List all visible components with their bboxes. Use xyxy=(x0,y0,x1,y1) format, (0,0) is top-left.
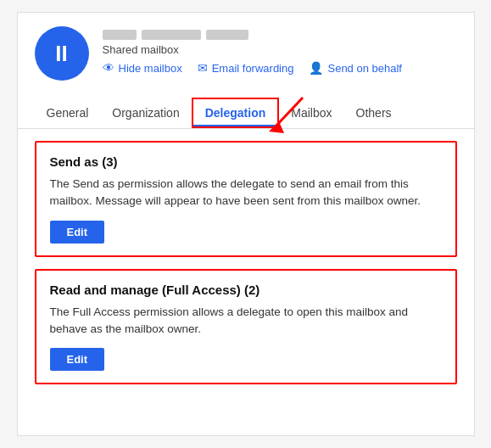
send-on-behalf-icon: 👤 xyxy=(309,61,323,75)
email-forwarding-label: Email forwarding xyxy=(212,62,294,75)
name-block-2 xyxy=(142,30,201,40)
send-as-edit-button[interactable]: Edit xyxy=(50,221,105,244)
tab-general[interactable]: General xyxy=(35,98,101,128)
read-manage-desc: The Full Access permission allows a dele… xyxy=(50,304,442,339)
action-links: 👁 Hide mailbox ✉ Email forwarding 👤 Send… xyxy=(103,61,402,75)
name-bar xyxy=(103,30,402,40)
email-forwarding-link[interactable]: ✉ Email forwarding xyxy=(198,61,294,75)
tab-mailbox[interactable]: Mailbox xyxy=(279,98,343,128)
read-manage-title: Read and manage (Full Access) (2) xyxy=(50,283,442,297)
send-as-section: Send as (3) The Send as permission allow… xyxy=(35,141,457,257)
send-as-desc: The Send as permission allows the delega… xyxy=(50,176,442,210)
hide-mailbox-icon: 👁 xyxy=(103,61,114,75)
content: Send as (3) The Send as permission allow… xyxy=(18,129,474,396)
send-on-behalf-link[interactable]: 👤 Send on behalf xyxy=(309,61,401,75)
hide-mailbox-label: Hide mailbox xyxy=(119,62,182,75)
avatar: II xyxy=(35,26,89,81)
header-info: Shared mailbox 👁 Hide mailbox ✉ Email fo… xyxy=(103,26,402,75)
name-block-1 xyxy=(103,30,137,40)
email-forwarding-icon: ✉ xyxy=(198,61,208,75)
tab-delegation[interactable]: Delegation xyxy=(192,98,280,128)
nav-tabs: General Organization Delegation Mailbox … xyxy=(18,87,474,129)
tab-organization[interactable]: Organization xyxy=(100,98,191,128)
send-on-behalf-label: Send on behalf xyxy=(327,62,401,75)
hide-mailbox-link[interactable]: 👁 Hide mailbox xyxy=(103,61,182,75)
tab-others[interactable]: Others xyxy=(344,98,404,128)
main-panel: II Shared mailbox 👁 Hide mailbox ✉ Email… xyxy=(17,12,475,436)
name-block-3 xyxy=(206,30,248,40)
read-manage-section: Read and manage (Full Access) (2) The Fu… xyxy=(35,269,457,385)
header: II Shared mailbox 👁 Hide mailbox ✉ Email… xyxy=(18,13,474,81)
shared-mailbox-label: Shared mailbox xyxy=(103,43,402,56)
send-as-title: Send as (3) xyxy=(50,154,442,169)
read-manage-edit-button[interactable]: Edit xyxy=(50,348,105,371)
